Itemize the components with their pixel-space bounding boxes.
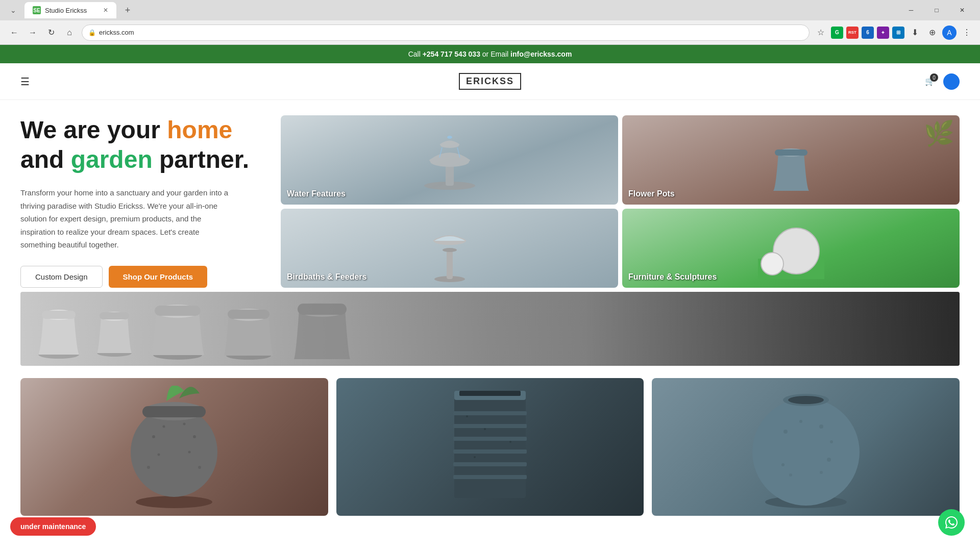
svg-point-35: [183, 423, 186, 425]
svg-rect-48: [453, 475, 527, 479]
ext-icon-4[interactable]: ✦: [877, 27, 889, 39]
bookmark-icon[interactable]: ☆: [814, 26, 828, 40]
svg-rect-46: [453, 449, 527, 454]
svg-point-62: [781, 463, 785, 466]
svg-rect-21: [100, 312, 129, 319]
ext-icon-2[interactable]: RST: [846, 27, 859, 39]
svg-point-31: [131, 407, 217, 497]
product-card-round-pot[interactable]: [20, 378, 328, 516]
back-button[interactable]: ←: [6, 24, 22, 41]
svg-point-39: [147, 466, 150, 469]
strip-pot-1: [36, 299, 82, 361]
tab-close-button[interactable]: ✕: [103, 7, 108, 14]
svg-point-53: [509, 441, 511, 443]
flower-pots-card[interactable]: 🌿 Flower Pots: [622, 115, 960, 205]
site-header: ☰ ERICKSS 🛒 0: [0, 63, 980, 100]
url-text: erickss.com: [99, 29, 134, 36]
svg-point-61: [827, 458, 831, 462]
window-controls: ─ □ ✕: [899, 2, 974, 18]
grammarly-extension[interactable]: G: [831, 27, 843, 39]
svg-rect-47: [453, 462, 527, 466]
browser-content: Call +254 717 543 033 or Email info@eric…: [0, 45, 980, 528]
sphere-pot-icon: [750, 386, 862, 508]
ext-icon-3[interactable]: 6: [862, 27, 874, 39]
strip-pot-5: [289, 292, 355, 361]
svg-rect-43: [453, 411, 527, 415]
extensions-icon[interactable]: ⊕: [925, 26, 939, 40]
profile-menu-btn[interactable]: ⌄: [6, 3, 20, 17]
site-logo[interactable]: ERICKSS: [459, 73, 521, 90]
svg-point-66: [788, 396, 824, 404]
hero-home-word: home: [167, 116, 232, 143]
product-grid-bottom-row: Birdbaths & Feeders Furn: [281, 209, 960, 288]
product-card-1-inner: [20, 378, 328, 516]
svg-point-33: [152, 435, 155, 438]
shop-products-button[interactable]: Shop Our Products: [109, 266, 208, 288]
ext-icon-5[interactable]: ⊞: [892, 27, 904, 39]
svg-point-60: [830, 440, 833, 443]
hero-title-part1: We are your: [20, 116, 167, 143]
svg-point-4: [447, 136, 452, 139]
hero-strip: [20, 292, 960, 366]
hero-strip-container: [0, 292, 980, 366]
home-button[interactable]: ⌂: [61, 24, 78, 41]
user-avatar[interactable]: [943, 73, 960, 90]
browser-controls: ⌄: [6, 3, 20, 17]
svg-rect-24: [155, 306, 201, 316]
svg-rect-10: [447, 251, 453, 279]
svg-point-63: [789, 473, 792, 477]
product-card-square-pot[interactable]: [336, 378, 644, 516]
downloads-icon[interactable]: ⬇: [908, 26, 922, 40]
product-grid-top-row: Water Features 🌿: [281, 115, 960, 205]
hamburger-menu[interactable]: ☰: [20, 76, 30, 88]
svg-rect-8: [775, 149, 807, 156]
svg-point-34: [163, 425, 165, 428]
svg-rect-41: [142, 406, 206, 417]
product-card-sphere-pot[interactable]: [652, 378, 960, 516]
minimize-button[interactable]: ─: [899, 2, 923, 18]
contact-banner: Call +254 717 543 033 or Email info@eric…: [0, 45, 980, 63]
sculpture-icon: [758, 218, 824, 279]
close-button[interactable]: ✕: [950, 2, 974, 18]
hero-text-section: We are your home and garden partner. Tra…: [20, 115, 265, 288]
tab-title: Studio Erickss: [45, 7, 87, 14]
address-bar[interactable]: 🔒 erickss.com: [82, 24, 810, 41]
svg-point-11: [443, 248, 457, 252]
cart-button[interactable]: 🛒 0: [925, 77, 935, 86]
birdbaths-card[interactable]: Birdbaths & Feeders: [281, 209, 618, 288]
svg-rect-29: [298, 304, 347, 315]
whatsapp-button[interactable]: [938, 509, 965, 536]
furniture-label: Furniture & Sculptures: [628, 272, 717, 282]
svg-rect-44: [453, 424, 527, 428]
strip-pot-4: [220, 297, 277, 361]
birdbaths-label: Birdbaths & Feeders: [287, 272, 366, 282]
svg-point-40: [198, 466, 201, 469]
square-pot-icon: [439, 386, 541, 508]
water-features-card[interactable]: Water Features: [281, 115, 618, 205]
menu-icon[interactable]: ⋮: [960, 26, 974, 40]
furniture-card[interactable]: Furniture & Sculptures: [622, 209, 960, 288]
phone-number[interactable]: +254 717 543 033: [423, 50, 480, 58]
svg-point-37: [188, 451, 191, 454]
custom-design-button[interactable]: Custom Design: [20, 266, 103, 288]
nav-buttons: ← → ↻ ⌂: [6, 24, 78, 41]
toolbar-actions: ☆ G RST 6 ✦ ⊞ ⬇ ⊕ A ⋮: [814, 26, 974, 40]
svg-point-59: [819, 424, 823, 429]
maximize-button[interactable]: □: [925, 2, 948, 18]
reload-button[interactable]: ↻: [43, 24, 59, 41]
profile-avatar[interactable]: A: [942, 26, 957, 40]
product-card-2-inner: [336, 378, 644, 516]
call-label: Call: [408, 50, 421, 58]
security-icon: 🔒: [88, 29, 96, 36]
browser-tab-active[interactable]: SE Studio Erickss ✕: [24, 2, 116, 18]
new-tab-button[interactable]: +: [120, 3, 135, 17]
svg-point-52: [484, 428, 486, 430]
email-address[interactable]: info@erickss.com: [510, 50, 572, 58]
svg-point-57: [783, 430, 788, 434]
hero-buttons: Custom Design Shop Our Products: [20, 266, 265, 288]
svg-point-51: [466, 415, 468, 417]
maintenance-badge: under maintenance: [10, 517, 96, 536]
forward-button[interactable]: →: [24, 24, 41, 41]
browser-titlebar: ⌄ SE Studio Erickss ✕ + ─ □ ✕: [0, 0, 980, 20]
pot-icon: [766, 127, 817, 193]
